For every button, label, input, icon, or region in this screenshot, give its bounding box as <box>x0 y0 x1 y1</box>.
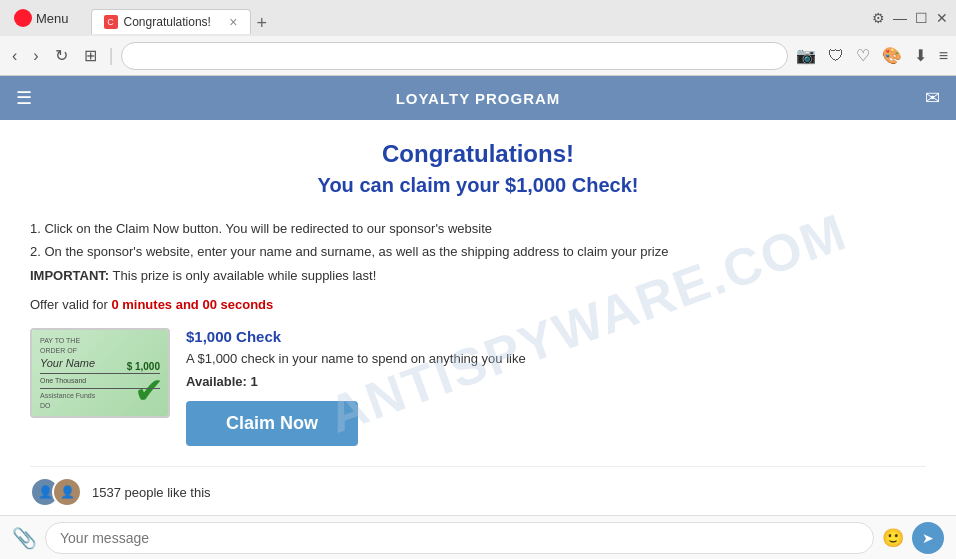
prize-title: $1,000 Check <box>186 328 926 345</box>
shield-icon[interactable]: 🛡 <box>828 47 844 65</box>
instruction-1: 1. Click on the Claim Now button. You wi… <box>30 217 926 240</box>
check-amount: $ 1,000 <box>127 360 160 374</box>
congratulations-title: Congratulations! <box>30 140 926 168</box>
refresh-button[interactable]: ↻ <box>51 44 72 67</box>
download-icon[interactable]: ⬇ <box>914 46 927 65</box>
palette-icon[interactable]: 🎨 <box>882 46 902 65</box>
tab-bar: C Congratulations! × + <box>83 2 282 34</box>
browser-menu-icon[interactable]: ≡ <box>939 47 948 65</box>
filter-icon[interactable]: ⚙ <box>872 10 885 26</box>
opera-logo-icon <box>14 9 32 27</box>
emoji-icon[interactable]: 🙂 <box>882 527 904 549</box>
separator: | <box>109 45 114 66</box>
camera-icon[interactable]: 📷 <box>796 46 816 65</box>
loyalty-program-title: LOYALTY PROGRAM <box>396 90 561 107</box>
claim-now-button[interactable]: Claim Now <box>186 401 358 446</box>
important-label: IMPORTANT: <box>30 268 109 283</box>
offer-timer: 0 minutes and 00 seconds <box>111 297 273 312</box>
social-count-text: 1537 people like this <box>92 485 211 500</box>
social-section: 👤 👤 1537 people like this <box>30 466 926 517</box>
browser-titlebar: Menu C Congratulations! × + ⚙ — ☐ ✕ <box>0 0 956 36</box>
hamburger-menu-icon[interactable]: ☰ <box>16 87 32 109</box>
offer-valid-prefix: Offer valid for <box>30 297 111 312</box>
avatar-group: 👤 👤 <box>30 477 82 507</box>
tab-close-button[interactable]: × <box>229 14 237 30</box>
avatar-2: 👤 <box>52 477 82 507</box>
check-memo: Assistance Funds <box>40 391 160 401</box>
heart-icon[interactable]: ♡ <box>856 46 870 65</box>
url-bar[interactable] <box>121 42 787 70</box>
back-button[interactable]: ‹ <box>8 45 21 67</box>
minimize-button[interactable]: — <box>893 10 907 26</box>
menu-label: Menu <box>36 11 69 26</box>
loyalty-header: ☰ LOYALTY PROGRAM ✉ <box>0 76 956 120</box>
check-pay-to: PAY TO THE <box>40 336 160 346</box>
attach-icon[interactable]: 📎 <box>12 526 37 550</box>
check-words: One Thousand <box>40 376 160 389</box>
forward-button[interactable]: › <box>29 45 42 67</box>
mail-icon[interactable]: ✉ <box>925 87 940 109</box>
main-content-area: ANTISPYWARE.COM Congratulations! You can… <box>0 120 956 526</box>
check-image: PAY TO THE ORDER OF Your Name $ 1,000 On… <box>30 328 170 418</box>
chat-input[interactable] <box>45 522 874 554</box>
check-do: DO <box>40 401 160 411</box>
important-notice: IMPORTANT: This prize is only available … <box>30 264 926 287</box>
prize-available: Available: 1 <box>186 374 926 389</box>
check-order-of: ORDER OF <box>40 346 160 356</box>
prize-details: $1,000 Check A $1,000 check in your name… <box>186 328 926 446</box>
send-button[interactable]: ➤ <box>912 522 944 554</box>
browser-tab-congratulations[interactable]: C Congratulations! × <box>91 9 251 34</box>
window-controls: ⚙ — ☐ ✕ <box>872 10 948 26</box>
page-content: ☰ LOYALTY PROGRAM ✉ ANTISPYWARE.COM Cong… <box>0 76 956 526</box>
browser-toolbar: ‹ › ↻ ⊞ | 📷 🛡 ♡ 🎨 ⬇ ≡ <box>0 36 956 76</box>
browser-chrome: Menu C Congratulations! × + ⚙ — ☐ ✕ ‹ › … <box>0 0 956 76</box>
check-text: PAY TO THE ORDER OF Your Name $ 1,000 On… <box>32 328 168 418</box>
congratulations-subtitle: You can claim your $1,000 Check! <box>30 174 926 197</box>
important-text: This prize is only available while suppl… <box>113 268 377 283</box>
instruction-2: 2. On the sponsor's website, enter your … <box>30 240 926 263</box>
tabs-button[interactable]: ⊞ <box>80 44 101 67</box>
tab-title: Congratulations! <box>124 15 224 29</box>
prize-section: PAY TO THE ORDER OF Your Name $ 1,000 On… <box>30 328 926 446</box>
offer-valid: Offer valid for 0 minutes and 00 seconds <box>30 297 926 312</box>
close-window-button[interactable]: ✕ <box>936 10 948 26</box>
browser-menu-button[interactable]: Menu <box>8 7 75 29</box>
toolbar-icons: 📷 🛡 ♡ 🎨 ⬇ ≡ <box>796 46 948 65</box>
send-icon: ➤ <box>922 530 934 546</box>
maximize-button[interactable]: ☐ <box>915 10 928 26</box>
tab-favicon: C <box>104 15 118 29</box>
new-tab-button[interactable]: + <box>251 13 274 34</box>
instructions: 1. Click on the Claim Now button. You wi… <box>30 217 926 287</box>
chat-bar: 📎 🙂 ➤ <box>0 515 956 559</box>
prize-description: A $1,000 check in your name to spend on … <box>186 351 926 366</box>
